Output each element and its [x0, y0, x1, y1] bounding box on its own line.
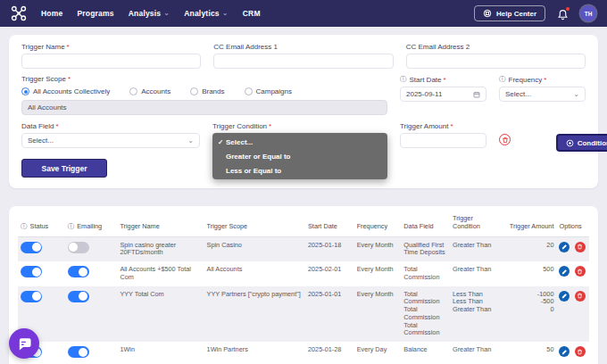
radio-brands[interactable]: Brands — [190, 87, 224, 95]
triggers-table: ⓘ Statusⓘ EmailingTrigger NameTrigger Sc… — [18, 210, 589, 364]
table-row: Spin casino greater 20FTDs/monthSpin Cas… — [18, 236, 589, 261]
emailing-toggle-cell — [65, 261, 118, 286]
cell-trigger-amount: 500 — [501, 261, 557, 286]
radio-all-accounts-collectively[interactable]: All Accounts Collectively — [21, 87, 110, 95]
emailing-toggle[interactable] — [68, 266, 89, 277]
cell-trigger-condition: Less ThanLess ThanGreater Than — [450, 286, 501, 343]
status-toggle[interactable] — [21, 266, 42, 277]
help-center-button[interactable]: Help Center — [474, 5, 545, 21]
frequency-select[interactable]: Select... ⌄ — [499, 87, 586, 102]
chat-widget-button[interactable] — [9, 328, 39, 359]
chevron-down-icon: ⌄ — [573, 92, 579, 97]
notifications-bell-icon[interactable] — [557, 8, 569, 20]
cell-trigger-name: 1Win — [117, 342, 204, 364]
table-header-row: ⓘ Statusⓘ EmailingTrigger NameTrigger Sc… — [18, 210, 589, 236]
edit-icon[interactable] — [559, 242, 570, 252]
cell-start-date: 2025-01-18 — [305, 236, 354, 261]
required-mark: * — [544, 76, 546, 84]
chevron-down-icon: ⌄ — [163, 12, 170, 15]
avatar[interactable]: TH — [580, 5, 596, 21]
trigger-condition-dropdown: ✓Select...Greater or Equal toLess or Equ… — [212, 133, 387, 179]
edit-icon[interactable] — [559, 291, 570, 302]
dropdown-option[interactable]: ✓Select... — [212, 135, 387, 149]
drone-logo-icon[interactable] — [11, 5, 27, 21]
cell-trigger-amount: 20 — [501, 236, 557, 261]
column-header-trigger-name: Trigger Name — [117, 210, 204, 236]
trigger-amount-field-group: Trigger Amount* — [400, 122, 486, 148]
emailing-toggle[interactable] — [68, 291, 89, 302]
chat-bubble-icon — [17, 336, 32, 352]
life-buoy-icon — [483, 9, 492, 18]
cc-email-1-input[interactable] — [213, 54, 393, 69]
save-trigger-button[interactable]: Save Trigger — [21, 159, 107, 178]
dropdown-option[interactable]: Less or Equal to — [212, 163, 387, 178]
trigger-name-label: Trigger Name* — [21, 43, 201, 51]
emailing-toggle-cell — [65, 342, 118, 364]
cc-email-1-field-group: CC Email Address 1 — [213, 43, 393, 69]
status-toggle[interactable] — [21, 242, 42, 253]
radio-accounts[interactable]: Accounts — [129, 87, 170, 95]
notification-badge — [566, 7, 570, 12]
cc-email-1-label: CC Email Address 1 — [213, 43, 393, 51]
table-row: All Accounts +$500 Total ComAll Accounts… — [18, 261, 589, 286]
triggers-table-panel: ⓘ Statusⓘ EmailingTrigger NameTrigger Sc… — [9, 206, 598, 364]
status-toggle-cell — [18, 261, 65, 286]
radio-circle-icon — [129, 87, 137, 95]
emailing-toggle[interactable] — [68, 242, 89, 253]
radio-campaigns[interactable]: Campaigns — [245, 87, 292, 95]
cell-trigger-amount: 50 — [501, 342, 557, 364]
cell-trigger-condition: Greater Than — [450, 342, 501, 364]
cell-trigger-name: Spin casino greater 20FTDs/month — [117, 236, 204, 261]
cell-options — [556, 286, 589, 343]
trigger-condition-group: Trigger Condition* ✓Select...Greater or … — [212, 122, 387, 133]
delete-condition-icon[interactable] — [499, 134, 511, 145]
trigger-table-body: Spin casino greater 20FTDs/monthSpin Cas… — [18, 236, 589, 364]
cc-email-2-input[interactable] — [406, 54, 586, 69]
required-mark: * — [68, 75, 71, 83]
delete-icon[interactable] — [575, 346, 586, 357]
cc-email-2-label: CC Email Address 2 — [406, 43, 586, 51]
data-field-select[interactable]: Select... ⌄ — [21, 133, 200, 148]
cell-frequency: Every Month — [354, 236, 402, 261]
cell-options — [556, 236, 589, 261]
trigger-amount-input[interactable] — [400, 133, 486, 148]
cell-trigger-scope: YYY Partners ["crypto payment"] — [204, 286, 305, 343]
edit-icon[interactable] — [559, 346, 570, 357]
delete-icon[interactable] — [575, 242, 586, 252]
emailing-toggle-cell — [65, 236, 118, 261]
status-toggle[interactable] — [21, 291, 42, 302]
required-mark: * — [67, 43, 70, 51]
chevron-down-icon: ⌄ — [222, 12, 229, 15]
nav-item-programs[interactable]: Programs — [77, 9, 113, 18]
cc-email-2-field-group: CC Email Address 2 — [406, 43, 586, 69]
column-header-status: ⓘ Status — [18, 210, 65, 236]
nav-item-crm[interactable]: CRM — [243, 9, 261, 18]
emailing-toggle[interactable] — [68, 346, 89, 358]
nav-item-analytics[interactable]: Analytics⌄ — [184, 9, 229, 18]
delete-icon[interactable] — [575, 291, 586, 302]
cell-trigger-condition: Greater Than — [450, 261, 501, 286]
edit-icon[interactable] — [559, 266, 570, 277]
trigger-amount-label: Trigger Amount* — [400, 122, 486, 130]
cell-start-date: 2025-01-28 — [305, 342, 354, 364]
trigger-name-field-group: Trigger Name* — [21, 43, 201, 69]
cell-trigger-scope: All Accounts — [204, 261, 305, 286]
start-date-field-group: ⓘ Start Date* 2025-09-11 — [400, 75, 486, 115]
start-date-input[interactable]: 2025-09-11 — [400, 87, 486, 102]
cell-data-field: Total CommissionTotal CommissionTotal Co… — [401, 286, 450, 343]
add-condition-button[interactable]: Condition — [556, 134, 607, 152]
nav-item-home[interactable]: Home — [41, 9, 62, 18]
status-toggle-cell — [18, 236, 65, 261]
help-center-label: Help Center — [496, 10, 536, 18]
start-date-label: ⓘ Start Date* — [400, 75, 486, 84]
trigger-scope-group: Trigger Scope* All Accounts Collectively… — [21, 75, 387, 115]
column-header-emailing: ⓘ Emailing — [65, 210, 118, 236]
info-icon: ⓘ — [21, 222, 28, 230]
delete-icon[interactable] — [575, 266, 586, 277]
trigger-scope-value-input[interactable]: All Accounts — [21, 100, 387, 115]
dropdown-option[interactable]: Greater or Equal to — [212, 149, 387, 163]
cell-trigger-name: YYY Total Com — [117, 286, 204, 343]
cell-data-field: Balance — [401, 342, 450, 364]
trigger-name-input[interactable] — [21, 54, 201, 69]
nav-item-analysis[interactable]: Analysis⌄ — [129, 9, 170, 18]
